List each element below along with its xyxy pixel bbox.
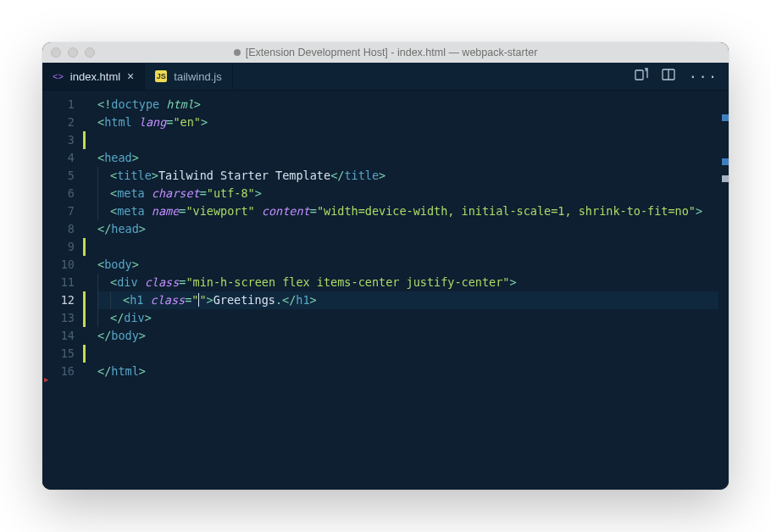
indent-guide	[110, 291, 111, 309]
token-tg: body	[104, 256, 132, 274]
token-tg: html	[104, 114, 139, 131]
line-number[interactable]: 8	[46, 220, 75, 238]
line-number[interactable]: 10	[46, 256, 75, 274]
token-tg: head	[104, 149, 132, 167]
token-tg: title	[117, 167, 152, 185]
token-at: name	[152, 202, 180, 220]
tab-index-html[interactable]: <> index.html ×	[42, 63, 145, 90]
token-st: "en"	[173, 114, 201, 131]
token-p: >	[509, 274, 516, 291]
indent-guide	[97, 291, 98, 309]
token-tx: Tailwind Starter Template	[158, 167, 330, 185]
line-number[interactable]: 13	[46, 309, 75, 327]
tab-label: index.html	[70, 70, 120, 83]
code-line[interactable]: </html>	[97, 363, 729, 380]
line-number[interactable]: 5	[46, 167, 75, 185]
tab-tailwind-js[interactable]: JS tailwind.js	[145, 63, 232, 90]
code-line[interactable]: <body>	[97, 256, 729, 274]
close-window-button[interactable]	[51, 47, 61, 58]
line-number[interactable]: 6	[46, 185, 75, 202]
split-editor-icon[interactable]	[662, 68, 675, 85]
code-line[interactable]: </div>	[97, 309, 729, 327]
code-line[interactable]: <head>	[97, 149, 729, 167]
token-p: >	[139, 363, 146, 380]
code-area[interactable]: <!doctype html><html lang="en"><head><ti…	[86, 91, 729, 490]
token-p: </	[110, 309, 124, 327]
token-at: charset	[152, 185, 200, 202]
code-line[interactable]: <html lang="en">	[97, 114, 729, 131]
compare-changes-icon[interactable]	[635, 68, 648, 85]
code-line[interactable]: <!doctype html>	[97, 96, 729, 114]
code-line[interactable]: <title>Tailwind Starter Template</title>	[97, 167, 729, 185]
token-p: <	[110, 167, 117, 185]
token-p: </	[97, 363, 111, 380]
overview-ruler[interactable]	[720, 91, 729, 490]
line-number[interactable]: 1	[46, 96, 75, 114]
line-number-gutter[interactable]: 12345678910111213141516▶	[42, 91, 83, 490]
code-line[interactable]: <h1 class="">Greetings.</h1>	[97, 291, 718, 309]
indent-guide	[97, 185, 98, 202]
vscode-window: [Extension Development Host] - index.htm…	[42, 42, 729, 490]
line-number[interactable]: 14	[46, 327, 75, 345]
code-line[interactable]: </body>	[97, 327, 729, 345]
token-at: class	[151, 291, 186, 309]
overview-mark	[722, 114, 729, 121]
code-line[interactable]: <meta charset="utf-8">	[97, 185, 729, 202]
token-tg: head	[111, 220, 139, 238]
token-p: >	[696, 202, 702, 220]
token-tg: html	[111, 363, 139, 380]
token-st: "width=device-width, initial-scale=1, sh…	[317, 202, 696, 220]
line-number[interactable]: 9	[46, 238, 75, 256]
token-tg: body	[111, 327, 139, 345]
token-p: >	[207, 291, 214, 309]
token-p: >	[139, 220, 146, 238]
code-line[interactable]	[97, 238, 729, 256]
tab-bar: <> index.html × JS tailwind.js ···	[42, 63, 729, 91]
line-number[interactable]: 3	[46, 131, 75, 149]
expand-indicator-icon: ▶	[44, 371, 48, 389]
token-dt: html	[166, 96, 194, 114]
token-tg: title	[344, 167, 379, 185]
code-line[interactable]	[97, 345, 729, 363]
token-p: <	[97, 256, 104, 274]
token-eq: =	[310, 202, 317, 220]
token-eq: =	[179, 274, 186, 291]
line-number[interactable]: 12	[46, 291, 75, 309]
code-line[interactable]	[97, 131, 729, 149]
token-p: </	[97, 327, 111, 345]
token-tg: meta	[117, 202, 152, 220]
close-tab-icon[interactable]: ×	[127, 70, 134, 82]
token-tg: div	[124, 309, 144, 327]
line-number[interactable]: 4	[46, 149, 75, 167]
token-p: <	[110, 274, 117, 291]
line-number[interactable]: 16▶	[46, 363, 75, 380]
zoom-window-button[interactable]	[85, 47, 95, 58]
line-number[interactable]: 2	[46, 114, 75, 131]
token-tg: meta	[117, 185, 152, 202]
token-at: content	[262, 202, 310, 220]
overview-selection-mark	[722, 175, 729, 182]
code-line[interactable]: <meta name="viewport" content="width=dev…	[97, 202, 729, 220]
window-title: [Extension Development Host] - index.htm…	[42, 47, 729, 58]
code-line[interactable]: </head>	[97, 220, 729, 238]
minimize-window-button[interactable]	[68, 47, 78, 58]
token-p: <	[123, 291, 130, 309]
token-p: >	[310, 291, 317, 309]
more-actions-icon[interactable]: ···	[689, 69, 718, 85]
line-number[interactable]: 11	[46, 274, 75, 291]
token-st: "	[191, 291, 198, 309]
token-p: <	[97, 114, 104, 131]
token-tg: h1	[130, 291, 150, 309]
token-tg: h1	[296, 291, 309, 309]
titlebar[interactable]: [Extension Development Host] - index.htm…	[42, 42, 729, 63]
token-tg: div	[117, 274, 145, 291]
code-line[interactable]: <div class="min-h-screen flex items-cent…	[97, 274, 729, 291]
token-st: "min-h-screen flex items-center justify-…	[186, 274, 509, 291]
token-eq: =	[166, 114, 173, 131]
token-p: <!	[97, 96, 111, 114]
line-number[interactable]: 15	[46, 345, 75, 363]
tab-actions: ···	[624, 63, 729, 90]
line-number[interactable]: 7	[46, 202, 75, 220]
js-file-icon: JS	[155, 70, 167, 82]
editor[interactable]: 12345678910111213141516▶ <!doctype html>…	[42, 91, 729, 490]
